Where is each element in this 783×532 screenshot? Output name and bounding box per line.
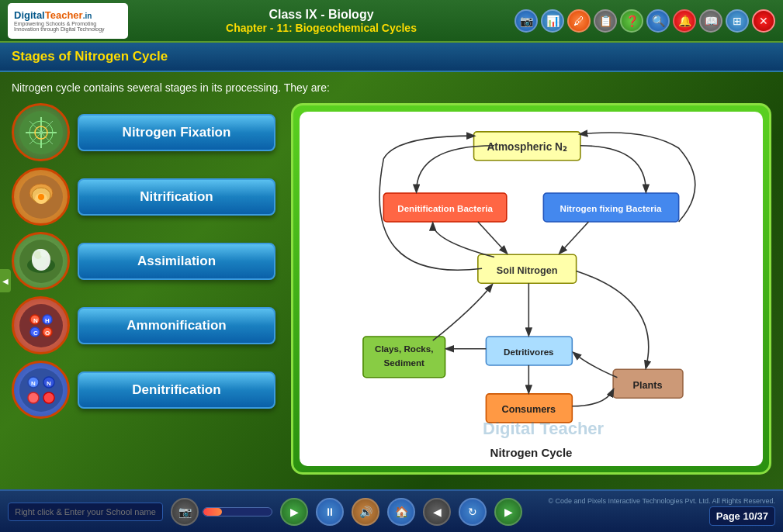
progress-fill [203,508,222,516]
logo-sub2: Innovation through Digital Technology [14,26,105,32]
diagram-inner: Digital Teacher Atmospheric N₂ Denitific… [300,112,763,466]
svg-point-30 [28,392,39,403]
main-content: ◀ Nitrogen cycle contains several stages… [0,72,783,489]
svg-text:H: H [45,317,50,324]
progress-bar [203,507,272,516]
page-number: Page 10/37 [709,506,775,526]
stage-icon-3 [12,232,70,290]
icon-btn-1[interactable]: 📷 [514,9,538,33]
close-icon[interactable]: ✕ [752,9,775,33]
home-button[interactable]: 🏠 [387,498,415,526]
svg-text:Clays, Rocks,: Clays, Rocks, [375,344,434,354]
header-icons: 📷 📊 🖊 📋 ❓ 🔍 🔔 📖 ⊞ ✕ [514,9,775,33]
svg-text:O: O [45,330,50,337]
subheader-title: Stages of Nitrogen Cycle [12,49,168,64]
next-button[interactable]: ▶ [494,498,522,526]
header-title: Class IX - Biology Chapter - 11: Biogeoc… [128,8,514,34]
svg-text:Plants: Plants [633,380,663,391]
svg-point-11 [38,194,44,200]
play-button[interactable]: ▶ [280,498,308,526]
stage-button-2[interactable]: Nitrification [78,178,275,216]
stage-button-3[interactable]: Assimilation [78,243,275,280]
copyright-text: © Code and Pixels Interactive Technologi… [548,497,775,505]
stage-item-3: Assimilation [12,232,275,290]
svg-text:C: C [33,330,38,337]
footer-right: © Code and Pixels Interactive Technologi… [548,497,775,526]
content-area: Nitrogen Fixation Nitrification [12,103,771,475]
svg-text:Denitification Bacteria: Denitification Bacteria [397,203,493,213]
subheader: Stages of Nitrogen Cycle [0,43,783,72]
svg-text:Atmospheric N₂: Atmospheric N₂ [487,141,567,153]
logo: DigitalTeacher.in Empowering Schools & P… [8,3,128,39]
icon-btn-3[interactable]: 🖊 [567,9,591,33]
svg-text:N: N [47,380,51,387]
media-icon-1[interactable]: 📷 [171,498,199,526]
stage-item-2: Nitrification [12,168,275,226]
stage-icon-2 [12,168,70,226]
logo-digital: Digital [14,9,45,21]
icon-btn-7[interactable]: 🔔 [673,9,696,33]
icon-btn-5[interactable]: ❓ [620,9,643,33]
svg-text:Soil Nitrogen: Soil Nitrogen [497,265,558,276]
icon-btn-6[interactable]: 🔍 [646,9,670,33]
svg-text:Consumers: Consumers [502,404,556,415]
school-name-input[interactable] [8,503,163,521]
svg-point-27 [19,368,63,412]
svg-text:Detritivores: Detritivores [504,347,554,357]
svg-point-18 [19,304,63,347]
stage-item-5: N N Denitrification [12,361,275,419]
app-header: DigitalTeacher.in Empowering Schools & P… [0,0,783,43]
refresh-button[interactable]: ↻ [459,498,487,526]
icon-btn-8[interactable]: 📖 [699,9,722,33]
svg-text:Nitrogen fixing Bacteria: Nitrogen fixing Bacteria [560,203,661,213]
prev-button[interactable]: ◀ [423,498,451,526]
diagram-title: Nitrogen Cycle [307,442,755,461]
footer: 📷 ▶ ⏸ 🔊 🏠 ◀ ↻ ▶ © Code and Pixels Intera… [0,489,783,532]
logo-sub1: Empowering Schools & Promoting [14,21,105,26]
stage-button-1[interactable]: Nitrogen Fixation [78,114,275,151]
intro-text: Nitrogen cycle contains several stages i… [12,81,771,94]
stage-button-5[interactable]: Denitrification [78,371,275,409]
pause-button[interactable]: ⏸ [316,498,344,526]
logo-in: .in [83,12,92,20]
stage-item-1: Nitrogen Fixation [12,103,275,161]
header-line1: Class IX - Biology [128,8,514,22]
icon-btn-2[interactable]: 📊 [541,9,564,33]
progress-area: 📷 [171,498,272,526]
svg-text:N: N [31,380,36,387]
svg-text:N: N [33,317,38,324]
side-arrow[interactable]: ◀ [0,269,11,292]
cycle-diagram: Atmospheric N₂ Denitification Bacteria N… [307,119,755,439]
stage-icon-5: N N [12,361,70,419]
diagram-panel: Digital Teacher Atmospheric N₂ Denitific… [291,103,771,475]
svg-text:Sediment: Sediment [384,358,424,368]
header-line2: Chapter - 11: Biogeochemical Cycles [128,22,514,34]
left-panel: Nitrogen Fixation Nitrification [12,103,275,475]
icon-btn-4[interactable]: 📋 [594,9,617,33]
stage-icon-4: N H C O [12,296,70,354]
svg-point-31 [43,392,54,403]
stage-button-4[interactable]: Ammonification [78,307,275,344]
logo-teacher: Teacher [45,9,83,21]
icon-btn-9[interactable]: ⊞ [726,9,749,33]
volume-button[interactable]: 🔊 [352,498,379,526]
svg-point-17 [40,250,47,257]
stage-icon-1 [12,103,70,161]
stage-item-4: N H C O Ammonification [12,296,275,354]
